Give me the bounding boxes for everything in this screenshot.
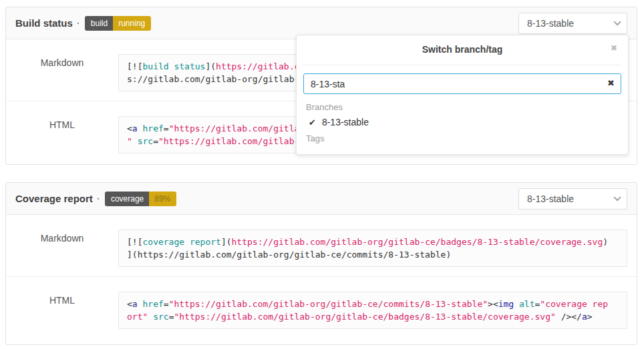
html-code-block: <a href="https://gitlab.com/gitlab-org/g… xyxy=(118,292,627,329)
panel-title: Build status xyxy=(15,17,73,29)
html-row: HTML <a href="https://gitlab.com/gitlab-… xyxy=(6,276,637,338)
row-label-markdown: Markdown xyxy=(6,230,118,244)
dropdown-separator xyxy=(303,65,621,65)
coverage-badge: coverage 89% xyxy=(105,192,176,206)
row-label-markdown: Markdown xyxy=(6,54,118,68)
markdown-code-block: [![coverage report](https://gitlab.com/g… xyxy=(118,230,627,267)
build-status-badge: build running xyxy=(85,16,151,31)
branch-item-8-13-stable[interactable]: ✔ 8-13-stable xyxy=(305,115,620,129)
branch-search-input[interactable] xyxy=(303,73,621,94)
chevron-down-icon xyxy=(613,18,621,25)
title-separator-dot: · xyxy=(77,17,80,29)
title-separator-dot: · xyxy=(97,193,100,204)
dropdown-titlebar: Switch branch/tag ✖ xyxy=(297,35,628,61)
dropdown-title: Switch branch/tag xyxy=(422,44,503,55)
coverage-report-panel: Coverage report · coverage 89% 8-13-stab… xyxy=(5,182,637,345)
branch-select-value: 8-13-stable xyxy=(527,18,574,29)
badges-page: Build status · build running 8-13-stable… xyxy=(0,0,644,349)
markdown-row: Markdown [![coverage report](https://git… xyxy=(6,215,637,276)
close-icon[interactable]: ✖ xyxy=(611,44,617,52)
clear-input-icon[interactable]: ✖ xyxy=(607,79,615,87)
badge-key: coverage xyxy=(105,192,149,206)
row-label-html: HTML xyxy=(6,292,118,306)
panel-header: Coverage report · coverage 89% 8-13-stab… xyxy=(6,183,637,215)
badge-value: running xyxy=(113,16,151,31)
badge-value: 89% xyxy=(149,192,176,206)
panel-title: Coverage report xyxy=(15,193,93,204)
branch-select-button[interactable]: 8-13-stable xyxy=(518,13,627,34)
branch-item-label: 8-13-stable xyxy=(322,117,369,127)
section-label-tags: Tags xyxy=(305,129,620,146)
branch-search-wrap: ✖ xyxy=(303,73,621,94)
branch-select-button[interactable]: 8-13-stable xyxy=(518,188,627,210)
chevron-down-icon xyxy=(613,194,621,201)
badge-key: build xyxy=(85,16,113,31)
check-icon: ✔ xyxy=(309,117,316,127)
section-label-branches: Branches xyxy=(305,98,620,115)
branch-select-value: 8-13-stable xyxy=(527,194,574,204)
switch-branch-dropdown: Switch branch/tag ✖ ✖ Branches ✔ 8-13-st… xyxy=(296,35,629,155)
branch-tag-list: Branches ✔ 8-13-stable Tags xyxy=(297,98,628,146)
row-label-html: HTML xyxy=(6,116,118,130)
